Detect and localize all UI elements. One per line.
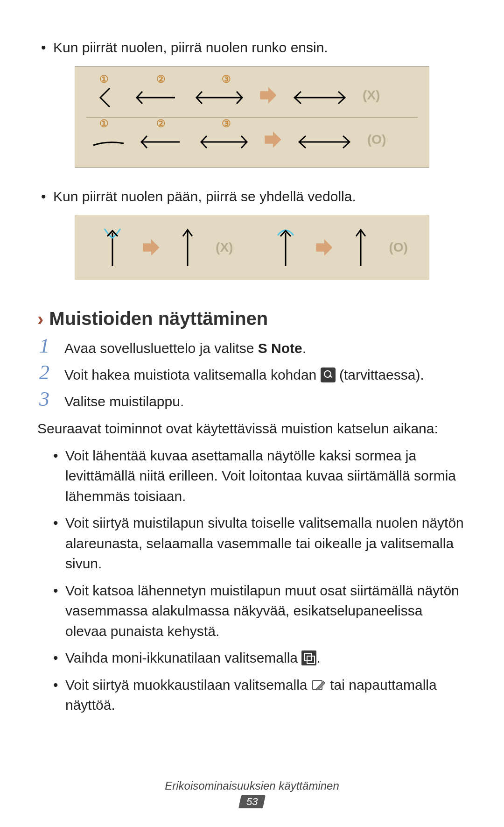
result-arrow-icon — [314, 237, 335, 258]
chevron-right-icon: › — [37, 310, 43, 328]
page-number-badge: 53 — [238, 795, 266, 808]
stroke-double-arrow-icon — [194, 126, 254, 154]
step-text: Avaa sovellusluettelo ja valitse S Note. — [64, 335, 467, 359]
step-text-bold: S Note — [258, 340, 302, 356]
bullet-arrowhead-one-stroke: Kun piirrät nuolen pään, piirrä se yhdel… — [37, 186, 467, 207]
bullet-text-pre: Vaihda moni-ikkunatilaan valitsemalla — [65, 650, 301, 665]
bullet-arrow-body-first: Kun piirrät nuolen, piirrä nuolen runko … — [37, 37, 467, 58]
bullet-preview-frame: Voit katsoa lähennetyn muistilapun muut … — [37, 580, 467, 642]
step-number: 2 — [39, 361, 56, 384]
diagram-row-wrong: ① ② ③ (X) — [86, 74, 418, 116]
stroke-arrow-left-icon — [133, 126, 189, 154]
stroke-line-icon — [86, 126, 128, 154]
edit-pencil-icon — [311, 678, 326, 693]
step-1: 1 Avaa sovellusluettelo ja valitse S Not… — [37, 335, 467, 359]
step-3: 3 Valitse muistilappu. — [37, 388, 467, 412]
arrow-up-one-stroke-icon — [269, 224, 302, 271]
diagram-divider — [86, 117, 418, 118]
result-arrow-icon — [258, 85, 279, 106]
step-number-2: ② — [156, 118, 166, 130]
bullet-page-nav: Voit siirtyä muistilapun sivulta toisell… — [37, 513, 467, 574]
step-number-2: ② — [156, 73, 166, 85]
step-number: 1 — [39, 335, 56, 357]
result-label-o: (O) — [367, 132, 386, 147]
step-number-1: ① — [99, 73, 109, 85]
step-2: 2 Voit hakea muistiota valitsemalla kohd… — [37, 361, 467, 385]
result-label-o: (O) — [389, 240, 407, 255]
step-text-pre: Avaa sovellusluettelo ja valitse — [64, 340, 258, 356]
step-text: Voit hakea muistiota valitsemalla kohdan… — [64, 361, 467, 385]
bullet-edit-mode: Voit siirtyä muokkaustilaan valitsemalla… — [37, 675, 467, 715]
result-double-arrow-icon — [287, 81, 352, 109]
bullet-text-post: . — [316, 650, 320, 665]
bullet-zoom: Voit lähentää kuvaa asettamalla näytölle… — [37, 445, 467, 507]
page-number: 53 — [246, 796, 258, 808]
multiwindow-icon — [301, 650, 316, 665]
bullet-text-pre: Voit siirtyä muokkaustilaan valitsemalla — [65, 677, 311, 693]
search-icon — [321, 368, 336, 382]
step-text-pre: Voit hakea muistiota valitsemalla kohdan — [64, 367, 321, 382]
section-heading-text: Muistioiden näyttäminen — [49, 308, 268, 329]
step-number-1: ① — [99, 118, 109, 130]
section-heading: › Muistioiden näyttäminen — [37, 308, 467, 329]
result-arrow-icon — [141, 237, 161, 258]
arrow-up-result-icon — [347, 224, 375, 271]
diagram-row-correct: ① ② ③ (O) — [86, 119, 418, 161]
step-number-3: ③ — [222, 118, 231, 130]
stroke-double-arrow-icon — [189, 81, 250, 109]
step-number: 3 — [39, 388, 56, 410]
step-text-post: (tarvittaessa). — [336, 367, 424, 382]
result-label-x: (X) — [216, 240, 233, 255]
result-double-arrow-icon — [292, 126, 357, 154]
bullet-multiwindow: Vaihda moni-ikkunatilaan valitsemalla . — [37, 648, 467, 668]
page-footer: Erikoisominaisuuksien käyttäminen 53 — [0, 779, 504, 808]
stroke-arrow-left-icon — [128, 81, 184, 109]
result-arrow-icon — [263, 129, 283, 150]
arrow-up-two-strokes-icon — [96, 224, 129, 271]
footer-section-title: Erikoisominaisuuksien käyttäminen — [0, 779, 504, 792]
diagram-arrow-body-order: ① ② ③ (X) ① ② ③ (O) — [75, 66, 429, 168]
step-text: Valitse muistilappu. — [64, 388, 467, 412]
intro-paragraph: Seuraavat toiminnot ovat käytettävissä m… — [37, 418, 467, 439]
step-text-post: . — [302, 340, 306, 356]
diagram-arrowhead-stroke: (X) (O) — [75, 215, 429, 280]
step-number-3: ③ — [222, 73, 231, 85]
arrow-up-result-icon — [174, 224, 202, 271]
stroke-arrowhead-only-icon — [86, 81, 124, 109]
result-label-x: (X) — [363, 88, 380, 103]
